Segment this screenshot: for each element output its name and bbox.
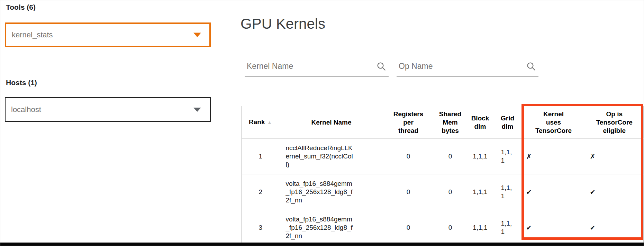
column-header-label: Kernel uses TensorCore <box>535 110 572 134</box>
cell-shared_mem_bytes: 0 <box>434 139 467 174</box>
gpu-kernels-table: Rank▲Kernel NameRegisters per threadShar… <box>241 106 644 246</box>
check-mark-icon: ✔ <box>590 224 596 231</box>
cell-grid_dim: 1,1,1 <box>493 210 522 246</box>
tools-select-value: kernel_stats <box>12 30 53 39</box>
cell-grid_dim: 1,1,1 <box>493 174 522 210</box>
cell-rank: 1 <box>242 139 280 174</box>
cell-kernel_name: volta_fp16_s884gemm_fp16_256x128_ldg8_f2… <box>280 210 383 246</box>
cell-kernel_uses_tensorcore: ✔ <box>522 210 586 246</box>
column-header-label: Shared Mem bytes <box>439 110 461 134</box>
check-mark-icon: ✔ <box>526 188 532 196</box>
table-row: 1ncclAllReduceRingLLKernel_sum_f32(ncclC… <box>242 139 644 174</box>
column-header-kernel_name[interactable]: Kernel Name <box>280 106 383 139</box>
check-mark-icon: ✔ <box>526 224 532 231</box>
kernel-name-filter-input[interactable] <box>245 58 389 77</box>
search-icon <box>376 61 387 72</box>
op-name-filter-input[interactable] <box>397 58 538 77</box>
check-mark-icon: ✔ <box>590 188 596 196</box>
cell-kernel_name: volta_fp16_s884gemm_fp16_256x128_ldg8_f2… <box>280 174 383 210</box>
hosts-select-value: localhost <box>11 105 41 114</box>
cell-block_dim: 1,1,1 <box>467 139 493 174</box>
hosts-select[interactable]: localhost <box>5 97 211 122</box>
profiler-page: Tools (6) kernel_stats Hosts (1) localho… <box>0 0 644 246</box>
cell-kernel_uses_tensorcore: ✔ <box>522 174 586 210</box>
x-mark-icon: ✗ <box>526 153 532 160</box>
cell-registers_per_thread: 0 <box>383 174 434 210</box>
caret-down-icon <box>193 108 201 112</box>
column-header-label: Op is TensorCore eligible <box>596 110 633 134</box>
cell-op_tensorcore_eligible: ✗ <box>586 139 644 174</box>
cell-text: volta_fp16_s884gemm_fp16_256x128_ldg8_f2… <box>286 180 354 204</box>
cell-block_dim: 1,1,1 <box>467 210 493 246</box>
cell-shared_mem_bytes: 0 <box>434 210 467 246</box>
cell-text: ncclAllReduceRingLLKernel_sum_f32(ncclCo… <box>286 144 354 169</box>
table-header-row: Rank▲Kernel NameRegisters per threadShar… <box>242 106 644 139</box>
cell-text: volta_fp16_s884gemm_fp16_256x128_ldg8_f2… <box>286 215 354 240</box>
cell-kernel_name: ncclAllReduceRingLLKernel_sum_f32(ncclCo… <box>280 139 383 174</box>
column-header-kernel_uses_tensorcore[interactable]: Kernel uses TensorCore <box>522 106 586 139</box>
cell-rank: 2 <box>242 174 280 210</box>
column-header-label: Registers per thread <box>393 110 424 134</box>
column-header-label: Rank <box>249 118 265 126</box>
table-row: 2volta_fp16_s884gemm_fp16_256x128_ldg8_f… <box>242 174 644 210</box>
column-header-label: Block dim <box>471 115 489 130</box>
table-row: 3volta_fp16_s884gemm_fp16_256x128_ldg8_f… <box>242 210 644 246</box>
cell-op_tensorcore_eligible: ✔ <box>586 174 644 210</box>
cell-text: 1,1,1 <box>501 184 514 200</box>
column-header-rank[interactable]: Rank▲ <box>242 106 280 139</box>
column-header-registers_per_thread[interactable]: Registers per thread <box>383 106 434 139</box>
cell-op_tensorcore_eligible: ✔ <box>586 210 644 246</box>
bottom-border-bar <box>0 243 644 246</box>
cell-grid_dim: 1,1,1 <box>493 139 522 174</box>
column-header-label: Kernel Name <box>311 119 351 126</box>
cell-registers_per_thread: 0 <box>383 210 434 246</box>
column-header-op_tensorcore_eligible[interactable]: Op is TensorCore eligible <box>586 106 644 139</box>
tools-select[interactable]: kernel_stats <box>5 22 211 47</box>
op-name-filter <box>397 58 538 77</box>
kernel-name-filter <box>245 58 389 77</box>
cell-registers_per_thread: 0 <box>383 139 434 174</box>
column-header-label: Grid dim <box>501 115 514 130</box>
column-header-block_dim[interactable]: Block dim <box>467 106 493 139</box>
cell-shared_mem_bytes: 0 <box>434 174 467 210</box>
sort-ascending-icon: ▲ <box>267 119 272 125</box>
hosts-section-label: Hosts (1) <box>6 79 37 87</box>
column-header-grid_dim[interactable]: Grid dim <box>493 106 522 139</box>
search-icon <box>526 61 536 72</box>
tools-section-label: Tools (6) <box>6 3 36 11</box>
cell-block_dim: 1,1,1 <box>467 174 493 210</box>
x-mark-icon: ✗ <box>590 153 596 160</box>
page-title: GPU Kernels <box>241 16 325 32</box>
cell-kernel_uses_tensorcore: ✗ <box>522 139 586 174</box>
cell-rank: 3 <box>242 210 280 246</box>
caret-down-icon <box>193 33 201 37</box>
cell-text: 1,1,1 <box>501 219 514 236</box>
cell-text: 1,1,1 <box>501 148 514 165</box>
sidebar-divider <box>226 0 226 243</box>
column-header-shared_mem_bytes[interactable]: Shared Mem bytes <box>434 106 467 139</box>
